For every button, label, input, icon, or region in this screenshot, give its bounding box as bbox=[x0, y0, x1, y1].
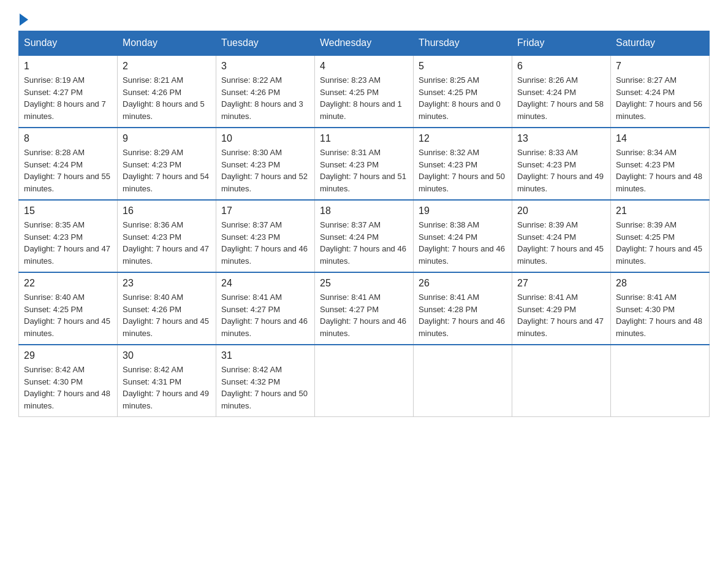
calendar-day-cell: 11 Sunrise: 8:31 AMSunset: 4:23 PMDaylig… bbox=[315, 128, 414, 200]
calendar-day-cell: 4 Sunrise: 8:23 AMSunset: 4:25 PMDayligh… bbox=[315, 55, 414, 128]
day-number: 10 bbox=[221, 133, 309, 144]
calendar-day-cell: 7 Sunrise: 8:27 AMSunset: 4:24 PMDayligh… bbox=[611, 55, 710, 128]
day-of-week-header: Friday bbox=[512, 31, 611, 56]
day-number: 3 bbox=[221, 61, 309, 72]
day-info: Sunrise: 8:32 AMSunset: 4:23 PMDaylight:… bbox=[419, 148, 505, 193]
day-number: 5 bbox=[419, 61, 507, 72]
calendar-day-cell: 30 Sunrise: 8:42 AMSunset: 4:31 PMDaylig… bbox=[118, 345, 216, 417]
day-info: Sunrise: 8:37 AMSunset: 4:23 PMDaylight:… bbox=[221, 220, 308, 266]
calendar-table: SundayMondayTuesdayWednesdayThursdayFrid… bbox=[18, 31, 710, 417]
day-info: Sunrise: 8:23 AMSunset: 4:25 PMDaylight:… bbox=[320, 75, 402, 121]
day-info: Sunrise: 8:30 AMSunset: 4:23 PMDaylight:… bbox=[221, 148, 308, 193]
calendar-day-cell bbox=[611, 345, 710, 417]
calendar-day-cell: 16 Sunrise: 8:36 AMSunset: 4:23 PMDaylig… bbox=[118, 200, 216, 272]
day-number: 6 bbox=[517, 61, 605, 72]
day-number: 16 bbox=[123, 205, 211, 216]
calendar-day-cell bbox=[315, 345, 414, 417]
day-info: Sunrise: 8:42 AMSunset: 4:30 PMDaylight:… bbox=[24, 365, 110, 410]
day-number: 31 bbox=[221, 350, 309, 361]
day-info: Sunrise: 8:38 AMSunset: 4:24 PMDaylight:… bbox=[419, 220, 505, 266]
calendar-day-cell: 19 Sunrise: 8:38 AMSunset: 4:24 PMDaylig… bbox=[414, 200, 512, 272]
day-info: Sunrise: 8:41 AMSunset: 4:29 PMDaylight:… bbox=[517, 293, 604, 338]
day-number: 28 bbox=[616, 278, 704, 289]
day-of-week-header: Saturday bbox=[611, 31, 710, 56]
day-number: 25 bbox=[320, 278, 408, 289]
day-number: 2 bbox=[123, 61, 211, 72]
day-info: Sunrise: 8:26 AMSunset: 4:24 PMDaylight:… bbox=[517, 75, 604, 121]
day-info: Sunrise: 8:31 AMSunset: 4:23 PMDaylight:… bbox=[320, 148, 406, 193]
day-info: Sunrise: 8:37 AMSunset: 4:24 PMDaylight:… bbox=[320, 220, 406, 266]
day-of-week-header: Thursday bbox=[414, 31, 512, 56]
day-number: 12 bbox=[419, 133, 507, 144]
day-info: Sunrise: 8:41 AMSunset: 4:27 PMDaylight:… bbox=[320, 293, 406, 338]
day-number: 24 bbox=[221, 278, 309, 289]
day-number: 19 bbox=[419, 205, 507, 216]
day-number: 17 bbox=[221, 205, 309, 216]
day-info: Sunrise: 8:42 AMSunset: 4:32 PMDaylight:… bbox=[221, 365, 308, 410]
day-info: Sunrise: 8:41 AMSunset: 4:27 PMDaylight:… bbox=[221, 293, 308, 338]
calendar-week-row: 8 Sunrise: 8:28 AMSunset: 4:24 PMDayligh… bbox=[19, 128, 710, 200]
day-info: Sunrise: 8:39 AMSunset: 4:25 PMDaylight:… bbox=[616, 220, 702, 266]
day-info: Sunrise: 8:39 AMSunset: 4:24 PMDaylight:… bbox=[517, 220, 604, 266]
calendar-day-cell: 13 Sunrise: 8:33 AMSunset: 4:23 PMDaylig… bbox=[512, 128, 611, 200]
calendar-day-cell: 3 Sunrise: 8:22 AMSunset: 4:26 PMDayligh… bbox=[216, 55, 315, 128]
day-number: 14 bbox=[616, 133, 704, 144]
calendar-week-row: 1 Sunrise: 8:19 AMSunset: 4:27 PMDayligh… bbox=[19, 55, 710, 128]
day-info: Sunrise: 8:29 AMSunset: 4:23 PMDaylight:… bbox=[123, 148, 209, 193]
calendar-day-cell: 20 Sunrise: 8:39 AMSunset: 4:24 PMDaylig… bbox=[512, 200, 611, 272]
day-number: 11 bbox=[320, 133, 408, 144]
day-number: 26 bbox=[419, 278, 507, 289]
calendar-day-cell: 28 Sunrise: 8:41 AMSunset: 4:30 PMDaylig… bbox=[611, 272, 710, 345]
calendar-day-cell: 21 Sunrise: 8:39 AMSunset: 4:25 PMDaylig… bbox=[611, 200, 710, 272]
calendar-day-cell: 31 Sunrise: 8:42 AMSunset: 4:32 PMDaylig… bbox=[216, 345, 315, 417]
day-info: Sunrise: 8:33 AMSunset: 4:23 PMDaylight:… bbox=[517, 148, 604, 193]
day-number: 13 bbox=[517, 133, 605, 144]
calendar-day-cell bbox=[414, 345, 512, 417]
day-number: 1 bbox=[24, 61, 112, 72]
day-info: Sunrise: 8:42 AMSunset: 4:31 PMDaylight:… bbox=[123, 365, 209, 410]
day-of-week-header: Sunday bbox=[19, 31, 118, 56]
calendar-day-cell: 8 Sunrise: 8:28 AMSunset: 4:24 PMDayligh… bbox=[19, 128, 118, 200]
day-number: 4 bbox=[320, 61, 408, 72]
day-of-week-header: Wednesday bbox=[315, 31, 414, 56]
calendar-day-cell: 6 Sunrise: 8:26 AMSunset: 4:24 PMDayligh… bbox=[512, 55, 611, 128]
day-number: 8 bbox=[24, 133, 112, 144]
calendar-day-cell: 26 Sunrise: 8:41 AMSunset: 4:28 PMDaylig… bbox=[414, 272, 512, 345]
day-info: Sunrise: 8:41 AMSunset: 4:30 PMDaylight:… bbox=[616, 293, 702, 338]
logo bbox=[18, 12, 28, 25]
calendar-day-cell: 12 Sunrise: 8:32 AMSunset: 4:23 PMDaylig… bbox=[414, 128, 512, 200]
calendar-day-cell: 23 Sunrise: 8:40 AMSunset: 4:26 PMDaylig… bbox=[118, 272, 216, 345]
day-info: Sunrise: 8:19 AMSunset: 4:27 PMDaylight:… bbox=[24, 75, 106, 121]
day-number: 18 bbox=[320, 205, 408, 216]
calendar-header-row: SundayMondayTuesdayWednesdayThursdayFrid… bbox=[19, 31, 710, 56]
day-number: 22 bbox=[24, 278, 112, 289]
calendar-day-cell: 10 Sunrise: 8:30 AMSunset: 4:23 PMDaylig… bbox=[216, 128, 315, 200]
calendar-day-cell: 29 Sunrise: 8:42 AMSunset: 4:30 PMDaylig… bbox=[19, 345, 118, 417]
calendar-day-cell bbox=[512, 345, 611, 417]
calendar-day-cell: 5 Sunrise: 8:25 AMSunset: 4:25 PMDayligh… bbox=[414, 55, 512, 128]
day-number: 21 bbox=[616, 205, 704, 216]
calendar-day-cell: 14 Sunrise: 8:34 AMSunset: 4:23 PMDaylig… bbox=[611, 128, 710, 200]
day-number: 30 bbox=[123, 350, 211, 361]
day-info: Sunrise: 8:21 AMSunset: 4:26 PMDaylight:… bbox=[123, 75, 205, 121]
day-info: Sunrise: 8:41 AMSunset: 4:28 PMDaylight:… bbox=[419, 293, 505, 338]
calendar-day-cell: 17 Sunrise: 8:37 AMSunset: 4:23 PMDaylig… bbox=[216, 200, 315, 272]
calendar-day-cell: 2 Sunrise: 8:21 AMSunset: 4:26 PMDayligh… bbox=[118, 55, 216, 128]
calendar-week-row: 22 Sunrise: 8:40 AMSunset: 4:25 PMDaylig… bbox=[19, 272, 710, 345]
calendar-day-cell: 25 Sunrise: 8:41 AMSunset: 4:27 PMDaylig… bbox=[315, 272, 414, 345]
calendar-week-row: 15 Sunrise: 8:35 AMSunset: 4:23 PMDaylig… bbox=[19, 200, 710, 272]
day-number: 29 bbox=[24, 350, 112, 361]
calendar-day-cell: 18 Sunrise: 8:37 AMSunset: 4:24 PMDaylig… bbox=[315, 200, 414, 272]
day-number: 9 bbox=[123, 133, 211, 144]
calendar-day-cell: 9 Sunrise: 8:29 AMSunset: 4:23 PMDayligh… bbox=[118, 128, 216, 200]
calendar-day-cell: 22 Sunrise: 8:40 AMSunset: 4:25 PMDaylig… bbox=[19, 272, 118, 345]
day-info: Sunrise: 8:40 AMSunset: 4:26 PMDaylight:… bbox=[123, 293, 209, 338]
day-info: Sunrise: 8:25 AMSunset: 4:25 PMDaylight:… bbox=[419, 75, 501, 121]
calendar-day-cell: 15 Sunrise: 8:35 AMSunset: 4:23 PMDaylig… bbox=[19, 200, 118, 272]
calendar-day-cell: 27 Sunrise: 8:41 AMSunset: 4:29 PMDaylig… bbox=[512, 272, 611, 345]
day-number: 23 bbox=[123, 278, 211, 289]
calendar-week-row: 29 Sunrise: 8:42 AMSunset: 4:30 PMDaylig… bbox=[19, 345, 710, 417]
day-of-week-header: Monday bbox=[118, 31, 216, 56]
day-number: 20 bbox=[517, 205, 605, 216]
day-info: Sunrise: 8:35 AMSunset: 4:23 PMDaylight:… bbox=[24, 220, 110, 266]
